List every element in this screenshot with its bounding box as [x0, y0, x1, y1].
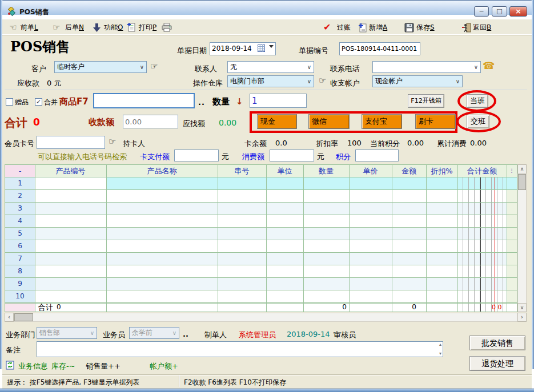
pay-cash-button[interactable]: 现金	[257, 114, 297, 129]
active-cell[interactable]	[35, 177, 106, 189]
chevron-down-icon[interactable]: ∨	[305, 76, 314, 87]
shift-change-button[interactable]: 交班	[467, 115, 489, 128]
table-hscrollbar[interactable]	[5, 313, 527, 322]
business-info-icon[interactable]	[6, 361, 14, 370]
prev-doc-button[interactable]: 前单L	[21, 22, 38, 33]
consume-input[interactable]	[270, 149, 314, 161]
current-points-label: 当前积分	[370, 139, 400, 149]
row-number[interactable]: 8	[5, 265, 35, 277]
table-row-stripe[interactable]	[5, 253, 517, 265]
on-duty-button[interactable]: 当班	[467, 94, 488, 108]
chevron-down-icon[interactable]: ∨	[472, 62, 480, 72]
phone-icon[interactable]: ☎	[483, 60, 495, 71]
contact-select[interactable]: 无 ∨	[227, 61, 314, 73]
product-more-dots[interactable]: ..	[198, 98, 205, 107]
row-number[interactable]: 6	[5, 240, 35, 252]
section-divider	[5, 90, 527, 90]
warehouse-lookup-hand-icon[interactable]: ☞	[319, 75, 326, 86]
items-table: - 产品编号 产品名称 串号 单位 数量 单价 金额 折扣% 合计金额 ⋮ 1 …	[5, 164, 517, 312]
phone-select[interactable]: ∨	[372, 61, 481, 73]
save-button[interactable]: 保存S	[416, 22, 435, 33]
row-number[interactable]: 5	[5, 228, 35, 240]
col-header-unit[interactable]: 单位	[266, 165, 303, 177]
printer-icon[interactable]	[162, 23, 172, 32]
back-button[interactable]: 返回B	[473, 22, 491, 33]
print-button[interactable]: 打印P	[139, 22, 156, 33]
row-number[interactable]: 4	[5, 215, 35, 227]
pay-wechat-button[interactable]: 微信	[308, 114, 350, 129]
col-header-serial[interactable]: 串号	[218, 165, 266, 177]
col-header-amount[interactable]: 金额	[392, 165, 426, 177]
col-header-product-code[interactable]: 产品编号	[35, 165, 106, 177]
current-points-value: 0.00	[407, 139, 424, 147]
refund-button[interactable]: 退货处理	[469, 356, 525, 371]
member-card-input[interactable]	[37, 136, 105, 149]
dept-select[interactable]: 销售部 ∨	[37, 327, 97, 339]
remark-spin-down-icon[interactable]: ▾	[439, 351, 441, 356]
table-row-stripe[interactable]	[5, 228, 517, 240]
col-header-product-name[interactable]: 产品名称	[106, 165, 218, 177]
warehouse-select[interactable]: 电脑门市部 ∨	[227, 75, 314, 87]
doc-date-label: 单据日期	[177, 46, 207, 56]
row-number[interactable]: 2	[5, 190, 35, 202]
chevron-down-icon[interactable]: ∨	[305, 62, 314, 72]
col-header-rowmark[interactable]: -	[5, 165, 35, 177]
doc-date-picker[interactable]: 2018-09-14	[210, 42, 276, 55]
row-number[interactable]: 1	[5, 177, 35, 189]
customer-select[interactable]: 临时客户 ∨	[54, 61, 147, 73]
wholesale-button[interactable]: 批发销售	[469, 336, 525, 350]
qty-input[interactable]	[250, 94, 307, 108]
maximize-button[interactable]: □	[492, 6, 507, 17]
chevron-down-icon[interactable]: ∨	[138, 62, 146, 72]
col-header-qty[interactable]: 数量	[303, 165, 349, 177]
product-input[interactable]	[93, 93, 195, 108]
score-input[interactable]	[355, 149, 399, 161]
close-button[interactable]: ×	[509, 6, 527, 17]
open-cashbox-button[interactable]: F12开钱箱	[408, 94, 444, 108]
qty-down-arrow-icon: ↓	[236, 96, 243, 107]
row-number[interactable]: 7	[5, 253, 35, 265]
pay-alipay-button[interactable]: 支付宝	[362, 114, 402, 129]
gift-checkbox[interactable]	[6, 98, 13, 106]
col-header-clipped[interactable]: ⋮	[507, 165, 517, 177]
col-grid-line	[303, 165, 304, 312]
minimize-button[interactable]: ─	[474, 6, 489, 17]
date-dropdown-arrow-icon[interactable]	[269, 45, 274, 50]
clerk-select[interactable]: 余学前 ∨	[129, 327, 179, 339]
row-number[interactable]: 10	[5, 290, 35, 302]
hscroll-thumb[interactable]	[14, 313, 33, 321]
clerk-more-dots[interactable]: ..	[183, 330, 188, 338]
total-label: 合计	[5, 115, 27, 131]
member-lookup-hand-icon[interactable]: ☞	[109, 136, 116, 147]
business-info-link[interactable]: 业务信息	[18, 361, 48, 371]
remark-input[interactable]: ▴ ▾	[37, 341, 443, 357]
received-input[interactable]	[123, 115, 178, 128]
row-number[interactable]: 9	[5, 278, 35, 290]
account-select[interactable]: 现金帐户 ∨	[372, 75, 463, 87]
remark-spin-up-icon[interactable]: ▴	[439, 342, 441, 347]
new-button[interactable]: 新增A	[369, 22, 387, 33]
card-pay-input[interactable]	[174, 149, 219, 161]
vscroll-thumb[interactable]	[518, 174, 526, 190]
post-button[interactable]: 过账	[337, 22, 351, 33]
functions-button[interactable]: 功能O	[104, 22, 123, 33]
col-header-price[interactable]: 单价	[349, 165, 392, 177]
next-doc-button[interactable]: 后单N	[65, 22, 84, 33]
maker-label: 制单人	[204, 330, 227, 340]
customer-lookup-hand-icon[interactable]: ☞	[150, 61, 158, 71]
col-header-discount[interactable]: 折扣%	[426, 165, 457, 177]
pay-card-button[interactable]: 刷卡	[415, 114, 456, 129]
scroll-right-button[interactable]: ›	[517, 313, 527, 322]
col-header-total-amount[interactable]: 合计金额	[457, 165, 507, 177]
scroll-left-button[interactable]: ‹	[5, 313, 14, 322]
row-number[interactable]: 3	[5, 203, 35, 215]
chevron-down-icon[interactable]: ∨	[453, 76, 462, 87]
doc-no-input[interactable]	[339, 42, 420, 55]
table-row-stripe[interactable]	[5, 278, 517, 290]
pos-window: { "colors":{"accent_orange":"#ef8a00","a…	[0, 0, 534, 392]
title-bar[interactable]	[0, 0, 534, 15]
merge-checkbox[interactable]: ✓	[35, 98, 42, 106]
scroll-up-button[interactable]: ∧	[517, 164, 527, 173]
scroll-down-button[interactable]: ∨	[517, 303, 527, 312]
table-row-stripe[interactable]	[5, 203, 517, 215]
